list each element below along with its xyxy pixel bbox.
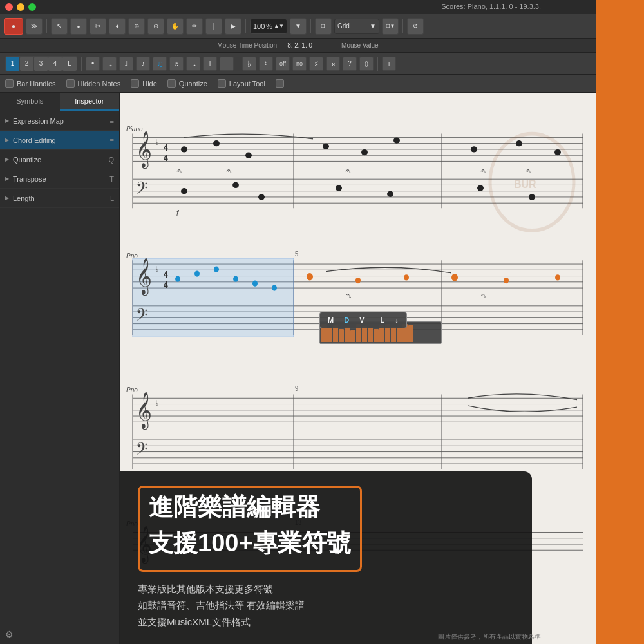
- svg-text:f: f: [176, 208, 180, 218]
- quarter-note-btn[interactable]: ♩: [119, 57, 133, 71]
- zoom-input[interactable]: 100 % ▲▼: [250, 19, 287, 34]
- record-button[interactable]: ●: [4, 18, 23, 35]
- transpose-item[interactable]: ▶ Transpose T: [0, 169, 119, 189]
- settings-gear[interactable]: ⚙: [0, 625, 119, 644]
- svg-point-62: [245, 153, 252, 158]
- tab-symbols[interactable]: Symbols: [0, 93, 60, 111]
- extra-checkbox[interactable]: [276, 79, 284, 88]
- zoom-value: 100: [253, 23, 265, 30]
- sixty-fourth-btn[interactable]: 𝅘: [186, 57, 200, 71]
- mouse-value-group: Mouse Value: [341, 42, 379, 49]
- off-btn[interactable]: off: [276, 57, 290, 71]
- zoom-dropdown[interactable]: ▼: [290, 18, 307, 35]
- midi-arrow-btn[interactable]: ↓: [392, 315, 401, 325]
- score-area[interactable]: 𝄞 𝄞 𝄞 𝄞 𝄢 𝄢 𝄢 4 4 4 4 𝄐𝅊 𝄐𝅊 f 𝄐𝅊 𝄐𝅊: [120, 93, 596, 644]
- zoom-tool[interactable]: ⊕: [128, 18, 145, 35]
- quantize-item[interactable]: ▶ Quantize Q: [0, 150, 119, 169]
- layout-tool-checkbox[interactable]: Layout Tool: [218, 79, 265, 88]
- zoom-arrows[interactable]: ▲▼: [274, 23, 284, 29]
- measure-3-btn[interactable]: 3: [34, 57, 48, 71]
- layout-tool-label: Layout Tool: [229, 80, 265, 88]
- quantize-item-arrow: ▶: [5, 156, 9, 162]
- triplet-btn[interactable]: T: [203, 57, 217, 71]
- bar-handles-box[interactable]: [5, 79, 14, 88]
- midi-l-btn[interactable]: L: [377, 315, 387, 325]
- close-button[interactable]: [5, 3, 13, 11]
- hidden-notes-box[interactable]: [66, 79, 75, 88]
- hide-checkbox[interactable]: Hide: [131, 79, 157, 88]
- measure-4-btn[interactable]: 4: [48, 57, 62, 71]
- toolbar-separator-4: [402, 19, 403, 33]
- expression-map-item[interactable]: ▶ Expression Map ≡: [0, 111, 119, 131]
- natural-btn[interactable]: ♮: [259, 57, 273, 71]
- flat-btn[interactable]: ♭: [242, 57, 256, 71]
- minimize-button[interactable]: [17, 3, 24, 11]
- loop-button[interactable]: ↺: [407, 18, 424, 35]
- midi-v-btn[interactable]: V: [357, 315, 366, 325]
- hidden-notes-checkbox[interactable]: Hidden Notes: [66, 79, 121, 88]
- midi-popup[interactable]: M D V L ↓: [319, 312, 407, 328]
- title-bar: Scores: Piano, 1.1.1. 0 - 19.3.3.: [0, 0, 596, 14]
- measure-1-btn[interactable]: 1: [6, 57, 20, 71]
- line-tool[interactable]: |: [205, 18, 222, 35]
- sharp-btn[interactable]: ♯: [309, 57, 323, 71]
- play-tool[interactable]: ▶: [225, 18, 242, 35]
- chord-editing-item[interactable]: ▶ Chord Editing ≡: [0, 131, 119, 150]
- svg-point-97: [258, 194, 265, 200]
- svg-text:♭: ♭: [156, 138, 159, 146]
- grid-dropdown[interactable]: Grid ▼: [334, 19, 379, 34]
- svg-point-52: [252, 281, 258, 287]
- info-btn[interactable]: i: [382, 57, 396, 71]
- double-sharp-btn[interactable]: 𝄪: [326, 57, 340, 71]
- svg-text:Pno: Pno: [126, 251, 138, 260]
- svg-text:4: 4: [164, 153, 168, 164]
- tab-inspector[interactable]: Inspector: [60, 93, 120, 111]
- chord-editing-label: Chord Editing: [13, 137, 56, 144]
- quantize-checkbox[interactable]: Quantize: [167, 79, 207, 88]
- main-toolbar: ● ≫ ↖ ⬥ ✂ ♦ ⊕ ⊖ ✋ ✏ | ▶ 100 % ▲▼ ▼ ⊞ Gri…: [0, 14, 596, 39]
- dot-btn[interactable]: -: [220, 57, 234, 71]
- layout-tool-box[interactable]: [218, 79, 226, 88]
- quantize-box[interactable]: [167, 79, 176, 88]
- zoom-out-tool[interactable]: ⊖: [147, 18, 164, 35]
- svg-text:𝄢: 𝄢: [136, 439, 147, 462]
- svg-text:𝄐𝅊: 𝄐𝅊: [176, 166, 183, 175]
- pencil-tool[interactable]: ⬥: [70, 18, 87, 35]
- svg-text:𝄐𝅊: 𝄐𝅊: [345, 166, 352, 175]
- paren-btn[interactable]: (): [359, 57, 374, 71]
- chord-editing-icon: ≡: [110, 137, 114, 144]
- mouse-value-label: Mouse Value: [341, 42, 379, 49]
- midi-m-btn[interactable]: M: [325, 315, 336, 325]
- svg-point-49: [194, 270, 200, 276]
- svg-point-56: [404, 274, 409, 280]
- svg-text:𝄢: 𝄢: [136, 178, 147, 202]
- expression-map-arrow: ▶: [5, 118, 9, 124]
- bar-handles-checkbox[interactable]: Bar Handles: [5, 79, 56, 88]
- midi-d-btn[interactable]: D: [341, 315, 352, 325]
- draw-tool[interactable]: ✏: [186, 18, 203, 35]
- length-item[interactable]: ▶ Length L: [0, 189, 119, 208]
- transport-button[interactable]: ≫: [26, 18, 43, 35]
- hand-tool[interactable]: ✋: [167, 18, 184, 35]
- select-tool[interactable]: ↖: [51, 18, 68, 35]
- half-note-btn[interactable]: 𝅗: [102, 57, 117, 71]
- measure-2-btn[interactable]: 2: [20, 57, 34, 71]
- grid-options[interactable]: ⊞▼: [382, 18, 399, 35]
- hide-box[interactable]: [131, 79, 139, 88]
- snap-icon[interactable]: ⊞: [315, 18, 332, 35]
- no-btn[interactable]: no: [292, 57, 307, 71]
- svg-text:♭: ♭: [156, 265, 159, 273]
- whole-note-btn[interactable]: •: [86, 57, 100, 71]
- desc-line-1: 專業版比其他版本支援更多符號: [138, 581, 514, 598]
- eighth-note-btn[interactable]: ♪: [136, 57, 150, 71]
- maximize-button[interactable]: [28, 3, 36, 11]
- svg-text:5: 5: [295, 251, 298, 258]
- overlay-description: 專業版比其他版本支援更多符號 如鼓譜音符、吉他指法等 有效編輯樂譜 並支援Mus…: [138, 581, 514, 630]
- glue-tool[interactable]: ♦: [109, 18, 126, 35]
- thirty-second-btn[interactable]: ♬: [169, 57, 184, 71]
- mouse-time-group: Mouse Time Position 8. 2. 1. 0: [217, 42, 312, 49]
- measure-L-btn[interactable]: L: [62, 57, 77, 71]
- scissors-tool[interactable]: ✂: [90, 18, 106, 35]
- question-btn[interactable]: ?: [343, 57, 357, 71]
- sixteenth-note-btn[interactable]: ♫: [153, 57, 167, 71]
